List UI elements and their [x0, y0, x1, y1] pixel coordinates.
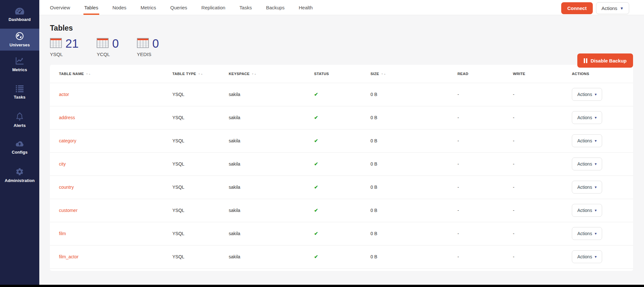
table-name-link[interactable]: category	[59, 138, 76, 143]
tab-queries[interactable]: Queries	[170, 0, 187, 15]
sidebar-item-alerts[interactable]: Alerts	[0, 106, 39, 134]
table-name-link[interactable]: customer	[59, 208, 78, 213]
tab-replication[interactable]: Replication	[201, 0, 225, 15]
size-cell: 0 B	[370, 152, 457, 176]
write-cell: -	[513, 129, 572, 152]
table-type-cell: YSQL	[172, 245, 229, 268]
status-check-icon: ✔	[314, 184, 318, 190]
sidebar-item-label: Dashboard	[9, 17, 31, 22]
line-chart-icon	[15, 57, 24, 65]
status-check-icon: ✔	[314, 254, 318, 259]
table-type-cell: YSQL	[172, 222, 229, 245]
ycql-label: YCQL	[97, 52, 119, 57]
size-cell: 0 B	[370, 199, 457, 222]
status-check-icon: ✔	[314, 138, 318, 143]
write-cell: -	[513, 199, 572, 222]
universe-actions-label: Actions	[601, 5, 617, 11]
tables-card: TABLE NAME▼▲ TABLE TYPE▼▲ KEYSPACE▼▲ STA…	[50, 65, 633, 271]
write-cell: -	[513, 222, 572, 245]
table-name-link[interactable]: actor	[59, 92, 69, 97]
row-actions-label: Actions	[577, 185, 592, 190]
table-name-link[interactable]: country	[59, 185, 74, 190]
tables-page: Tables 21 YSQL	[39, 15, 644, 287]
tab-backups[interactable]: Backups	[266, 0, 285, 15]
table-name-link[interactable]: film	[59, 231, 66, 236]
write-cell: -	[513, 152, 572, 176]
stat-ycql: 0 YCQL	[97, 38, 119, 57]
tab-tables[interactable]: Tables	[84, 0, 98, 15]
row-actions-button[interactable]: Actions ▾	[572, 88, 602, 101]
chevron-down-icon: ▾	[595, 232, 597, 235]
sidebar-item-dashboard[interactable]: Dashboard	[0, 0, 39, 29]
size-cell: 0 B	[370, 245, 457, 268]
column-header-table-name[interactable]: TABLE NAME▼▲	[50, 65, 172, 83]
status-check-icon: ✔	[314, 161, 318, 167]
disable-backup-button[interactable]: Disable Backup	[577, 53, 633, 68]
row-actions-button[interactable]: Actions ▾	[572, 134, 602, 147]
tab-tasks[interactable]: Tasks	[239, 0, 252, 15]
column-header-status: STATUS	[314, 65, 370, 83]
table-type-cell: YSQL	[172, 176, 229, 199]
sidebar-item-metrics[interactable]: Metrics	[0, 51, 39, 78]
sidebar-item-label: Metrics	[12, 67, 27, 72]
universe-actions-button[interactable]: Actions ▼	[596, 2, 629, 14]
bell-icon	[15, 112, 24, 121]
table-counts: 21 YSQL 0 YCQL	[50, 38, 633, 57]
table-row: address YSQL sakila ✔ 0 B - - Actions ▾	[50, 106, 633, 129]
ysql-count: 21	[65, 38, 79, 50]
bottom-strip	[0, 285, 644, 287]
tab-nodes[interactable]: Nodes	[112, 0, 126, 15]
sidebar-item-label: Administration	[5, 178, 34, 183]
sidebar-item-label: Tasks	[14, 95, 25, 100]
chevron-down-icon: ▾	[595, 116, 597, 120]
keyspace-cell: sakila	[229, 83, 314, 106]
stat-yedis: 0 YEDIS	[137, 38, 159, 57]
keyspace-cell: sakila	[229, 245, 314, 268]
write-cell: -	[513, 106, 572, 129]
chevron-down-icon: ▾	[595, 162, 597, 166]
sidebar-item-configs[interactable]: Configs	[0, 134, 39, 161]
table-row: category YSQL sakila ✔ 0 B - - Actions ▾	[50, 129, 633, 152]
row-actions-button[interactable]: Actions ▾	[572, 111, 602, 124]
sidebar-item-tasks[interactable]: Tasks	[0, 78, 39, 106]
row-actions-button[interactable]: Actions ▾	[572, 158, 602, 170]
read-cell: -	[457, 222, 513, 245]
sidebar-item-universes[interactable]: Universes	[0, 29, 39, 51]
table-name-link[interactable]: city	[59, 161, 66, 167]
keyspace-cell: sakila	[229, 176, 314, 199]
sidebar-item-label: Alerts	[14, 123, 25, 128]
column-header-keyspace[interactable]: KEYSPACE▼▲	[229, 65, 314, 83]
row-actions-button[interactable]: Actions ▾	[572, 204, 602, 217]
chevron-down-icon: ▾	[595, 92, 597, 96]
row-actions-button[interactable]: Actions ▾	[572, 227, 602, 240]
row-actions-label: Actions	[577, 208, 592, 213]
connect-button[interactable]: Connect	[561, 2, 593, 14]
row-actions-button[interactable]: Actions ▾	[572, 181, 602, 194]
table-name-link[interactable]: address	[59, 115, 75, 120]
column-header-table-type[interactable]: TABLE TYPE▼▲	[172, 65, 229, 83]
write-cell: -	[513, 83, 572, 106]
keyspace-cell: sakila	[229, 106, 314, 129]
table-header-row: TABLE NAME▼▲ TABLE TYPE▼▲ KEYSPACE▼▲ STA…	[50, 65, 633, 83]
tab-metrics[interactable]: Metrics	[140, 0, 156, 15]
table-row: country YSQL sakila ✔ 0 B - - Actions ▾	[50, 176, 633, 199]
column-header-size[interactable]: SIZE▼▲	[370, 65, 457, 83]
write-cell: -	[513, 245, 572, 268]
column-header-write: WRITE	[513, 65, 572, 83]
sidebar: Dashboard Universes Metrics	[0, 0, 39, 287]
main-area: Overview Tables Nodes Metrics Queries Re…	[39, 0, 644, 287]
sidebar-item-label: Configs	[12, 150, 27, 155]
row-actions-button[interactable]: Actions ▾	[572, 250, 602, 263]
tab-overview[interactable]: Overview	[50, 0, 70, 15]
table-name-link[interactable]: film_actor	[59, 254, 79, 259]
size-cell: 0 B	[370, 83, 457, 106]
tab-health[interactable]: Health	[299, 0, 312, 15]
column-header-read: READ	[457, 65, 513, 83]
row-actions-label: Actions	[577, 231, 592, 236]
status-check-icon: ✔	[314, 91, 318, 97]
table-type-cell: YSQL	[172, 199, 229, 222]
sidebar-item-administration[interactable]: Administration	[0, 161, 39, 189]
size-cell: 0 B	[370, 129, 457, 152]
row-actions-label: Actions	[577, 254, 592, 259]
disable-backup-label: Disable Backup	[591, 58, 627, 63]
